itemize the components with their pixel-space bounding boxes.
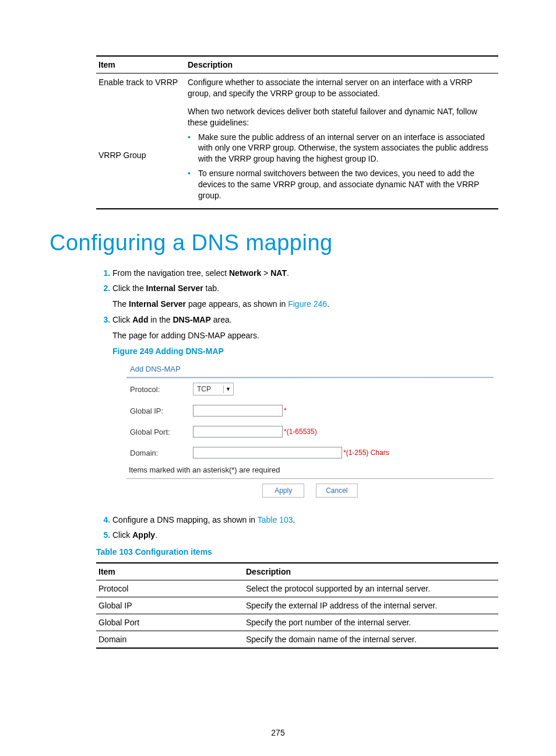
text: .: [287, 268, 289, 278]
text: Click: [112, 315, 132, 324]
bold: Internal Server: [146, 284, 203, 293]
protocol-select[interactable]: TCP ▼: [193, 383, 234, 396]
required-hint: *(1-65535): [283, 426, 317, 437]
step-list: From the navigation tree, select Network…: [96, 267, 501, 541]
bold: Apply: [132, 530, 155, 540]
cell-desc: Configure whether to associate the inter…: [185, 74, 498, 103]
step-2: Click the Internal Server tab. The Inter…: [112, 282, 501, 310]
text: .: [293, 515, 295, 524]
cell-item: Domain: [96, 631, 244, 648]
chevron-down-icon: ▼: [223, 386, 231, 394]
cancel-button[interactable]: Cancel: [316, 484, 358, 498]
step-3: Click Add in the DNS-MAP area. The page …: [112, 314, 501, 499]
table-103: Item Description Protocol Select the pro…: [96, 562, 498, 649]
step-1: From the navigation tree, select Network…: [112, 267, 501, 279]
text: .: [155, 530, 157, 540]
col-desc-header: Description: [185, 56, 498, 74]
cell-desc: Specify the port number of the internal …: [244, 614, 498, 631]
row-global-port: Global Port: *(1-65535): [126, 421, 494, 442]
text: From the navigation tree, select: [112, 268, 229, 278]
cell-desc: Select the protocol supported by an inte…: [244, 580, 498, 597]
text: in the: [148, 315, 173, 324]
figure-249-caption: Figure 249 Adding DNS-MAP: [112, 345, 501, 358]
table-row: Global IP Specify the external IP addres…: [96, 597, 498, 614]
text: .: [327, 299, 329, 309]
required-hint: *(1-255) Chars: [342, 447, 389, 458]
table-103-caption: Table 103 Configuration items: [96, 547, 501, 556]
bold: Internal Server: [129, 299, 186, 309]
panel-title: Add DNS-MAP: [126, 361, 494, 379]
cell-item: Protocol: [96, 580, 244, 597]
global-ip-label: Global IP:: [130, 405, 193, 417]
text: The page for adding DNS-MAP appears.: [112, 330, 501, 342]
table-row: Protocol Select the protocol supported b…: [96, 580, 498, 597]
table-row: VRRP Group When two network devices deli…: [96, 103, 498, 209]
table-row: Global Port Specify the port number of t…: [96, 614, 498, 631]
button-row: Apply Cancel: [126, 479, 494, 499]
step-5: Click Apply.: [112, 529, 501, 541]
select-value: TCP: [197, 384, 211, 394]
cell-desc: When two network devices deliver both st…: [185, 103, 498, 209]
cell-item: Global IP: [96, 597, 244, 614]
add-dns-map-screenshot: Add DNS-MAP Protocol: TCP ▼ Global IP: *…: [126, 361, 494, 499]
bold: NAT: [270, 268, 287, 278]
required-note: Items marked with an asterisk(*) are req…: [126, 463, 494, 479]
cell-item: Global Port: [96, 614, 244, 631]
table-row: Domain Specify the domain name of the in…: [96, 631, 498, 648]
bold: DNS-MAP: [173, 315, 210, 324]
text: area.: [211, 315, 232, 324]
required-hint: *: [283, 405, 287, 416]
cell-desc: Specify the external IP address of the i…: [244, 597, 498, 614]
col-item-header: Item: [96, 56, 185, 74]
row-domain: Domain: *(1-255) Chars: [126, 442, 494, 463]
cell-desc: Specify the domain name of the internal …: [244, 631, 498, 648]
page-number: 275: [0, 728, 556, 737]
domain-input[interactable]: [193, 447, 342, 459]
step-4: Configure a DNS mapping, as shown in Tab…: [112, 514, 501, 526]
text: page appears, as shown in: [186, 299, 288, 309]
global-port-label: Global Port:: [130, 426, 193, 438]
text: Click the: [112, 284, 146, 293]
bold: Network: [229, 268, 261, 278]
global-port-input[interactable]: [193, 426, 283, 438]
table-row: Enable track to VRRP Configure whether t…: [96, 74, 498, 103]
global-ip-input[interactable]: [193, 405, 283, 416]
protocol-label: Protocol:: [130, 384, 193, 396]
desc-line: Configure whether to associate the inter…: [188, 78, 472, 98]
text: The: [112, 299, 129, 309]
page-heading: Configuring a DNS mapping: [50, 230, 501, 256]
col-item-header: Item: [96, 563, 244, 580]
text: >: [261, 268, 270, 278]
cell-item: VRRP Group: [96, 103, 185, 209]
text: Configure a DNS mapping, as shown in: [112, 515, 258, 524]
cell-item: Enable track to VRRP: [96, 74, 185, 103]
text: tab.: [203, 284, 219, 293]
table-103-link[interactable]: Table 103: [258, 515, 293, 524]
col-desc-header: Description: [244, 563, 498, 580]
bullet-item: To ensure normal switchovers between the…: [188, 168, 496, 201]
figure-246-link[interactable]: Figure 246: [288, 299, 327, 309]
bullet-list: Make sure the public address of an inter…: [188, 132, 496, 201]
apply-button[interactable]: Apply: [262, 484, 304, 498]
domain-label: Domain:: [130, 447, 193, 459]
text: Click: [112, 530, 132, 540]
desc-line: When two network devices deliver both st…: [188, 106, 496, 128]
row-protocol: Protocol: TCP ▼: [126, 378, 494, 400]
bullet-item: Make sure the public address of an inter…: [188, 132, 496, 165]
row-global-ip: Global IP: *: [126, 400, 494, 421]
vrrp-table: Item Description Enable track to VRRP Co…: [96, 55, 498, 209]
bold: Add: [132, 315, 148, 324]
